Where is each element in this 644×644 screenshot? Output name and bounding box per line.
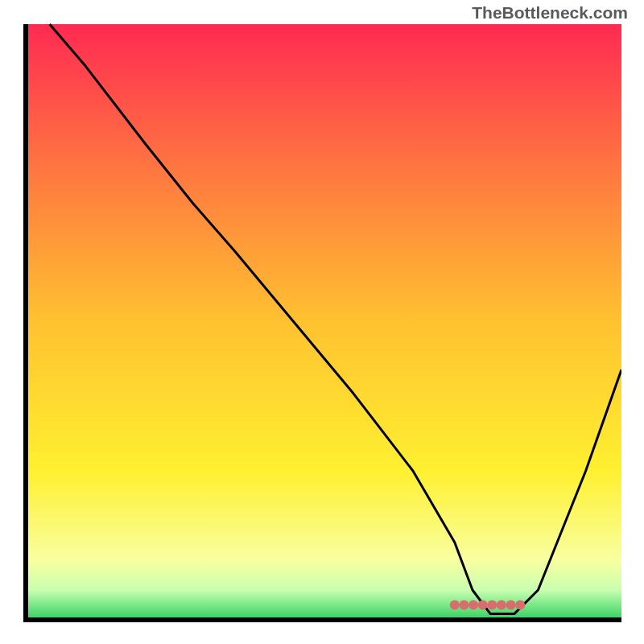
optimal-marker <box>487 601 497 610</box>
optimal-marker <box>478 601 488 610</box>
optimal-marker <box>506 601 516 610</box>
bottleneck-chart <box>0 0 644 644</box>
optimal-marker <box>497 601 506 610</box>
optimal-marker <box>515 601 525 610</box>
watermark-text: TheBottleneck.com <box>472 3 628 23</box>
optimal-marker <box>459 601 469 610</box>
optimal-marker <box>450 601 460 610</box>
plot-background <box>26 24 621 620</box>
chart-container: TheBottleneck.com <box>0 0 644 644</box>
right-margin <box>621 0 644 644</box>
optimal-marker <box>469 601 478 610</box>
